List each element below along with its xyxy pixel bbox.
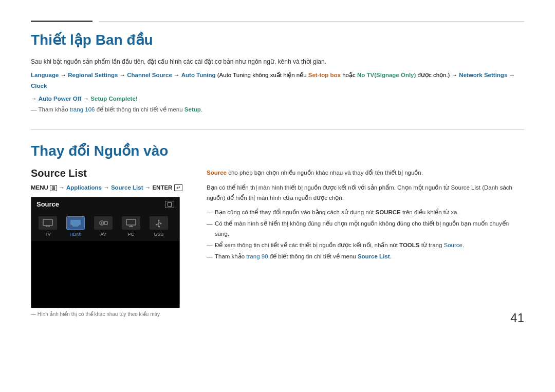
- bc2-autopower: Auto Power Off: [39, 96, 82, 102]
- img-caption: ― Hình ảnh hiển thị có thể khác nhau tùy…: [31, 311, 190, 317]
- bullet-list: Bạn cũng có thể thay đổi nguồn vào bằng …: [207, 207, 524, 262]
- source-label: Source: [36, 200, 59, 208]
- bc-clock: Clock: [31, 83, 47, 89]
- section1-intro: Sau khi bật nguồn sản phẩm lần đầu tiên,…: [31, 57, 524, 67]
- bc2-arrow: →: [31, 96, 39, 102]
- source-item-hdmi: HDMI: [66, 216, 85, 237]
- svg-rect-8: [104, 221, 107, 225]
- bl3-tools: TOOLS: [399, 242, 419, 248]
- note-link-106[interactable]: trang 106: [70, 106, 95, 113]
- section1-note: ― Tham khảo trang 106 để biết thông tin …: [31, 106, 524, 113]
- source-usb-label: USB: [154, 232, 164, 237]
- svg-rect-4: [70, 220, 81, 225]
- bc-language: Language: [31, 72, 59, 78]
- bc-channel-source: Channel Source: [127, 72, 172, 78]
- section1-title: Thiết lập Ban đầu: [31, 31, 524, 48]
- source-black-area: [31, 241, 179, 308]
- bc-sep2: →: [120, 72, 127, 78]
- mp-enter: → ENTER: [145, 184, 174, 191]
- bc-network: Network Settings: [459, 72, 507, 78]
- mp-menu-icon: ⊞: [50, 185, 57, 191]
- source-close-icon: [165, 201, 174, 208]
- bc2-sep: →: [83, 96, 91, 102]
- bc2-setup: Setup Complete!: [90, 96, 137, 102]
- page-number: 41: [510, 311, 524, 325]
- mp-menu: MENU: [31, 184, 50, 191]
- source-icons-row: TV HDMI: [31, 210, 179, 241]
- bc-sep4: →: [509, 72, 515, 78]
- source-box: Source: [31, 197, 180, 308]
- bc-duoc: được chọn.) →: [418, 72, 459, 78]
- section2: Thay đổi Nguồn vào Source List MENU ⊞ → …: [31, 142, 524, 317]
- bullet-1: Bạn cũng có thể thay đổi nguồn vào bằng …: [207, 207, 524, 217]
- menu-path: MENU ⊞ → Applications → Source List → EN…: [31, 184, 190, 191]
- bc-settop: Set-top box: [308, 72, 341, 78]
- bc-regional: Regional Settings: [68, 72, 118, 78]
- svg-rect-9: [126, 219, 136, 225]
- svg-rect-19: [158, 226, 160, 227]
- bc-hoac: hoặc: [342, 72, 357, 78]
- svg-rect-17: [156, 224, 158, 226]
- right-desc2: Bạn có thể hiển thị màn hình thiết bị ng…: [207, 182, 524, 203]
- source-item-pc: PC: [122, 216, 140, 237]
- source-hdmi-label: HDMI: [70, 232, 82, 237]
- mp-sep1: →: [59, 184, 66, 191]
- mp-sep2: →: [103, 184, 111, 191]
- section1-breadcrumb: Language → Regional Settings → Channel S…: [31, 70, 524, 91]
- svg-rect-0: [43, 219, 52, 226]
- bl4-trang90[interactable]: trang 90: [246, 253, 268, 259]
- section2-content: Source List MENU ⊞ → Applications → Sour…: [31, 167, 524, 317]
- subsection-title: Source List: [31, 167, 190, 179]
- bc-sep3: →: [174, 72, 181, 78]
- source-av-icon: [94, 216, 113, 230]
- source-item-usb: USB: [150, 216, 168, 237]
- section2-left: Source List MENU ⊞ → Applications → Sour…: [31, 167, 190, 317]
- source-item-av: AV: [94, 216, 113, 237]
- bc-sep1: →: [61, 72, 68, 78]
- section2-right: Source cho phép bạn chọn nhiều nguồn khá…: [207, 167, 524, 317]
- rd1-text: cho phép bạn chọn nhiều nguồn khác nhau …: [228, 170, 423, 176]
- bl4-sourcelist: Source List: [358, 253, 390, 259]
- rd1-source: Source: [207, 170, 227, 176]
- bc-auto-tuning: Auto Tuning: [181, 72, 216, 78]
- source-header: Source: [31, 197, 179, 210]
- bc-auto-tuning-note: (Auto Tuning không xuất hiện nếu: [217, 72, 308, 78]
- svg-marker-13: [158, 219, 160, 221]
- top-line-dark: [31, 21, 92, 22]
- source-pc-label: PC: [128, 232, 135, 237]
- svg-point-15: [160, 223, 162, 225]
- section-divider: [31, 129, 524, 130]
- note-setup: Setup: [184, 106, 201, 113]
- svg-marker-5: [72, 225, 79, 227]
- source-hdmi-icon: [66, 216, 85, 230]
- mp-applications: Applications: [66, 184, 102, 191]
- source-av-label: AV: [100, 232, 106, 237]
- source-tv-label: TV: [45, 232, 51, 237]
- bullet-3: Để xem thông tin chi tiết về các thiết b…: [207, 240, 524, 250]
- bullet-2: Có thể màn hình sẽ hiển thị không đúng n…: [207, 218, 524, 239]
- section1-breadcrumb-line2: → Auto Power Off → Setup Complete!: [31, 94, 524, 104]
- source-item-tv: TV: [39, 216, 57, 237]
- bl1-source: SOURCE: [376, 209, 401, 215]
- source-usb-icon: [150, 216, 168, 230]
- mp-sourcelist: Source List: [111, 184, 143, 191]
- bullet-4: Tham khảo trang 90 để biết thông tin chi…: [207, 251, 524, 262]
- mp-enter-icon: ↵: [174, 184, 182, 191]
- right-desc1: Source cho phép bạn chọn nhiều nguồn khá…: [207, 167, 524, 178]
- section1: Thiết lập Ban đầu Sau khi bật nguồn sản …: [31, 31, 524, 113]
- svg-point-7: [101, 222, 103, 224]
- section2-title: Thay đổi Nguồn vào: [31, 142, 524, 159]
- source-icon-inner: [168, 202, 172, 207]
- source-pc-icon: [122, 216, 140, 230]
- bl3-source-link[interactable]: Source: [444, 242, 462, 248]
- bc-notv: No TV(Signage Only): [357, 72, 416, 78]
- top-decorative-lines: [31, 21, 524, 22]
- source-tv-icon: [39, 216, 57, 230]
- top-line-light: [99, 21, 524, 22]
